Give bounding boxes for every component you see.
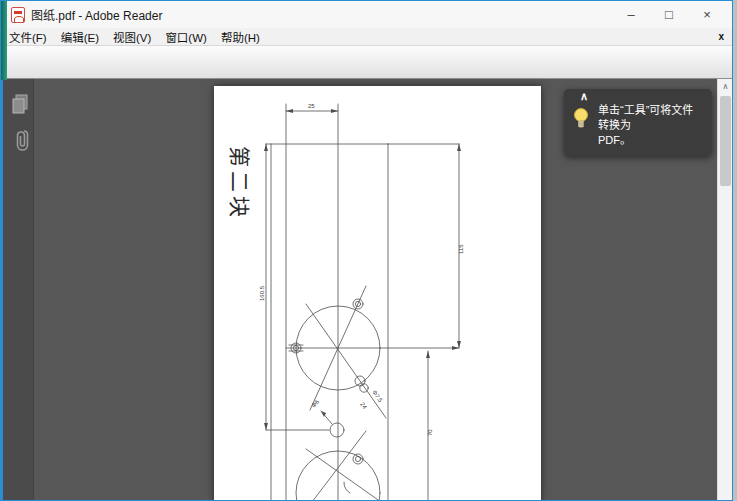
minimize-button[interactable]: – bbox=[612, 1, 650, 28]
page-thumbnails-icon[interactable] bbox=[11, 93, 31, 117]
menu-bar: 文件(F) 编辑(E) 视图(V) 窗口(W) 帮助(H) x bbox=[1, 28, 732, 46]
scroll-up-icon[interactable]: ∧ bbox=[718, 79, 733, 94]
close-button[interactable]: × bbox=[688, 1, 726, 28]
vertical-scrollbar[interactable]: ∧ bbox=[717, 79, 732, 501]
menu-edit[interactable]: 编辑(E) bbox=[61, 29, 99, 45]
adobe-reader-window: 图纸.pdf - Adobe Reader – □ × 文件(F) 编辑(E) … bbox=[0, 0, 733, 501]
attachments-icon[interactable] bbox=[11, 127, 31, 151]
main-toolbar: ▲ ▼ /1 − + 50% ▼ bbox=[1, 46, 732, 79]
maximize-button[interactable]: □ bbox=[650, 1, 688, 28]
label-small-hole: Φ6 bbox=[310, 398, 320, 409]
menu-view[interactable]: 视图(V) bbox=[113, 29, 151, 45]
scrollbar-thumb[interactable] bbox=[720, 96, 731, 186]
label-hole-dia: Φ7.5 bbox=[371, 389, 384, 404]
menu-window[interactable]: 窗口(W) bbox=[165, 29, 207, 45]
menu-help[interactable]: 帮助(H) bbox=[221, 29, 260, 45]
tooltip-text-line2: PDF。 bbox=[598, 133, 704, 148]
navigation-rail bbox=[1, 79, 34, 501]
dim-offset: 70 bbox=[427, 429, 433, 436]
label-hole-dim: 24 bbox=[359, 401, 368, 410]
title-bar: 图纸.pdf - Adobe Reader – □ × bbox=[1, 1, 732, 28]
lightbulb-icon bbox=[573, 107, 589, 135]
pdf-file-icon bbox=[11, 7, 25, 23]
dim-left-height: 160.5 bbox=[259, 285, 265, 301]
dim-top-width: 25 bbox=[308, 103, 315, 109]
engineering-drawing: 25 115 160.5 70 Φ6 Φ7.5 24 bbox=[214, 86, 541, 501]
background-window-edge bbox=[1, 1, 7, 80]
document-viewport: 第二块 bbox=[1, 79, 733, 501]
pdf-page[interactable]: 第二块 bbox=[214, 86, 541, 501]
tooltip-text-line1: 单击“工具”可将文件转换为 bbox=[598, 103, 704, 133]
dim-right-height: 115 bbox=[458, 244, 464, 254]
menubar-close-icon[interactable]: x bbox=[718, 31, 724, 42]
tooltip-caret-icon: ∧ bbox=[580, 90, 588, 103]
menu-file[interactable]: 文件(F) bbox=[9, 29, 47, 45]
window-title: 图纸.pdf - Adobe Reader bbox=[31, 6, 162, 23]
tools-hint-tooltip: ∧ 单击“工具”可将文件转换为 PDF。 bbox=[564, 89, 712, 156]
